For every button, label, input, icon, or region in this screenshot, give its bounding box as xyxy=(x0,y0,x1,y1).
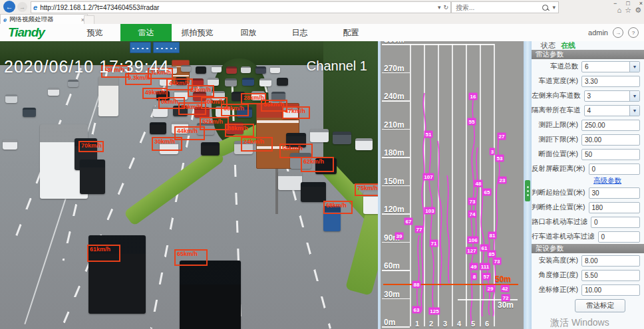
help-icon[interactable]: ? xyxy=(628,27,639,38)
minimize-button[interactable]: − xyxy=(613,0,617,7)
nav-item-配置[interactable]: 配置 xyxy=(325,24,377,41)
refresh-icon[interactable]: ↻ xyxy=(443,4,448,11)
vehicle xyxy=(150,122,166,134)
autocomplete-dropdown-icon[interactable]: ▾ xyxy=(438,4,441,11)
param-value: 4 xyxy=(585,107,630,114)
param-input[interactable]: 30.00 xyxy=(581,134,640,146)
param-value: 6 xyxy=(582,63,629,70)
status-row: 状态 在线 xyxy=(532,41,644,50)
tab-title: 网络视频处理器 xyxy=(9,15,81,24)
vehicle xyxy=(310,129,329,142)
track-id-label: 127 xyxy=(466,247,477,255)
param-sections: 雷达参数车道总数6▼车道宽度(米)3.30左侧来向车道数3▼隔离带所在车道4▼测… xyxy=(532,50,644,314)
video-feed: 58km/h9.3km/h32km/h44km/h49km/h23km/h0km… xyxy=(0,41,378,329)
track-id-label: 3 xyxy=(490,148,495,156)
nav-item-抓拍预览[interactable]: 抓拍预览 xyxy=(172,24,223,41)
nav-item-回放[interactable]: 回放 xyxy=(223,24,274,41)
param-select[interactable]: 4▼ xyxy=(584,105,641,116)
vehicle xyxy=(212,66,222,72)
param-label: 车道总数 xyxy=(532,62,578,71)
param-row: 坐标修正(米)10.00 xyxy=(532,282,644,297)
param-row: 路口非机动车过滤0 xyxy=(532,215,644,229)
detection-box: 62km/h xyxy=(301,157,334,172)
param-input[interactable]: 0 xyxy=(589,164,641,175)
param-input[interactable]: 10.00 xyxy=(581,284,640,296)
param-row: 左侧来向车道数3▼ xyxy=(532,88,644,103)
track-id-label: 29 xyxy=(486,285,495,292)
vehicle xyxy=(277,78,288,86)
nav-item-雷达[interactable]: 雷达 xyxy=(120,24,172,41)
radar-lane-number: 2 xyxy=(426,320,436,328)
param-value: 0 xyxy=(599,233,640,241)
splitter-grip[interactable] xyxy=(525,180,530,201)
advanced-params-link[interactable]: 高级参数 xyxy=(593,176,621,185)
param-input[interactable]: 50 xyxy=(581,149,640,160)
vehicle xyxy=(259,78,271,86)
watermark-line1: 激活 Windows xyxy=(550,317,644,329)
param-input[interactable]: 250.00 xyxy=(581,120,640,131)
param-label: 行车道非机动车过滤 xyxy=(532,232,595,241)
detection-box: 23km/h xyxy=(188,85,214,97)
detection-box: 38km/h xyxy=(225,124,254,137)
search-icon[interactable] xyxy=(542,5,548,11)
param-input[interactable]: 5.50 xyxy=(581,270,640,281)
address-bar[interactable]: e http://192.168.1.2/?t=4734604553#radar… xyxy=(31,1,451,13)
nav-item-日志[interactable]: 日志 xyxy=(274,24,325,41)
param-input[interactable]: 0 xyxy=(598,231,641,243)
param-input[interactable]: 8.00 xyxy=(581,255,640,267)
browser-back-button[interactable]: ← xyxy=(3,1,15,13)
param-row: 车道总数6▼ xyxy=(532,59,644,74)
detection-box: 66km/h xyxy=(221,104,249,116)
vehicle xyxy=(48,88,59,96)
param-input[interactable]: 0 xyxy=(591,217,640,228)
track-id-label: 77 xyxy=(415,226,424,233)
chevron-down-icon[interactable]: ▼ xyxy=(629,106,639,116)
new-tab-button[interactable] xyxy=(84,15,94,25)
search-box[interactable]: ▾ xyxy=(451,1,559,13)
detection-box: 55km/h xyxy=(279,144,313,158)
param-input[interactable]: 3.30 xyxy=(581,76,640,87)
detection-box: 30km/h xyxy=(152,137,182,151)
track-id-label: 73 xyxy=(493,258,502,265)
param-input[interactable]: 180 xyxy=(589,202,641,213)
radar-calibration-button[interactable]: 雷达标定 xyxy=(575,299,625,312)
param-value: 180 xyxy=(589,204,640,211)
chevron-down-icon[interactable]: ▼ xyxy=(629,91,639,101)
ie-icon: e xyxy=(33,3,37,11)
track-id-label: 103 xyxy=(424,207,435,215)
param-select[interactable]: 3▼ xyxy=(584,90,641,102)
tab-strip: e 网络视频处理器 × xyxy=(0,14,644,24)
param-label: 路口非机动车过滤 xyxy=(532,217,587,227)
vehicle xyxy=(181,65,191,72)
param-row: 隔离带所在车道4▼ xyxy=(532,103,644,118)
lower-limit-label: 30m xyxy=(498,300,514,310)
url-text[interactable]: http://192.168.1.2/?t=4734604553#radar xyxy=(40,4,435,11)
param-input[interactable]: 30 xyxy=(589,187,641,199)
track-id-label: 51 xyxy=(424,131,433,138)
button-row: 雷达标定 xyxy=(532,297,644,314)
search-input[interactable] xyxy=(454,3,541,12)
vehicle xyxy=(301,182,326,202)
search-dropdown-icon[interactable]: ▾ xyxy=(552,4,556,11)
browser-tab[interactable]: e 网络视频处理器 × xyxy=(0,14,88,25)
track-id-label: 8 xyxy=(472,273,477,280)
track-id-label: 111 xyxy=(480,263,490,271)
detection-box: 75km/h xyxy=(355,183,378,196)
chevron-down-icon[interactable]: ▼ xyxy=(629,62,639,72)
param-row: 断面位置(米)50 xyxy=(532,147,644,162)
param-label: 反射屏蔽距离(米) xyxy=(532,164,585,173)
track-id-label: 39 xyxy=(395,233,404,240)
param-row: 安装高度(米)8.00 xyxy=(532,253,644,268)
param-select[interactable]: 6▼ xyxy=(581,61,640,72)
param-label: 坐标修正(米) xyxy=(532,285,578,294)
logout-icon[interactable]: → xyxy=(613,27,623,38)
vehicle xyxy=(80,160,105,194)
detection-box: 61km/h xyxy=(87,245,120,262)
hedge-right xyxy=(345,205,378,296)
nav-item-预览[interactable]: 预览 xyxy=(69,24,120,41)
vehicle xyxy=(242,78,254,86)
browser-forward-button[interactable]: → xyxy=(17,2,27,12)
param-label: 测距上限(米) xyxy=(532,120,578,130)
param-label: 安装高度(米) xyxy=(532,256,578,265)
track-id-label: 71 xyxy=(430,240,438,247)
